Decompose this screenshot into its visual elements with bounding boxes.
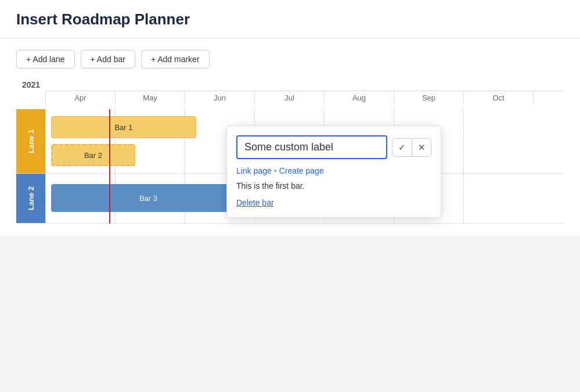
- page-title: Insert Roadmap Planner: [16, 10, 564, 28]
- bar-bar3[interactable]: Bar 3: [51, 184, 246, 212]
- month-cell: Jul: [255, 91, 325, 105]
- month-cell: Aug: [325, 91, 394, 105]
- month-row: AprMayJunJulAugSepOct: [45, 91, 564, 105]
- popup-confirm-button[interactable]: ✓: [392, 139, 412, 156]
- toolbar: + Add lane + Add bar + Add marker: [16, 50, 564, 69]
- main-content: + Add lane + Add bar + Add marker 2021 A…: [0, 38, 580, 235]
- add-lane-button[interactable]: + Add lane: [16, 50, 75, 69]
- delete-bar-link[interactable]: Delete bar: [236, 198, 274, 207]
- separator: •: [274, 166, 277, 175]
- month-cell: Apr: [46, 91, 116, 105]
- grid-line: [463, 109, 464, 173]
- grid-line: [45, 174, 46, 223]
- popup-label-input[interactable]: [236, 135, 387, 159]
- popup-action-buttons: ✓ ✕: [392, 138, 431, 157]
- link-page-link[interactable]: Link page: [236, 166, 272, 175]
- bar-bar2[interactable]: Bar 2: [51, 144, 135, 166]
- lane-label-lane1: Lane 1: [16, 109, 45, 173]
- bar-popup: ✓ ✕ Link page • Create page This is the …: [226, 125, 441, 218]
- add-marker-button[interactable]: + Add marker: [141, 50, 210, 69]
- popup-links-row: Link page • Create page: [236, 166, 431, 175]
- month-cell: May: [116, 91, 185, 105]
- page-header: Insert Roadmap Planner: [0, 0, 580, 38]
- month-cell: Jun: [185, 91, 255, 105]
- bar-bar1[interactable]: Bar 1: [51, 116, 196, 138]
- lane-label-lane2: Lane 2: [16, 174, 45, 223]
- grid-line: [45, 109, 46, 173]
- popup-input-row: ✓ ✕: [236, 135, 431, 159]
- month-cell: Sep: [394, 91, 464, 105]
- create-page-link[interactable]: Create page: [279, 166, 324, 175]
- popup-description: This is the first bar.: [236, 181, 431, 190]
- year-label: 2021: [22, 80, 564, 89]
- month-cell: Oct: [464, 91, 534, 105]
- add-bar-button[interactable]: + Add bar: [81, 50, 135, 69]
- grid-line: [463, 174, 464, 223]
- popup-cancel-button[interactable]: ✕: [412, 139, 431, 156]
